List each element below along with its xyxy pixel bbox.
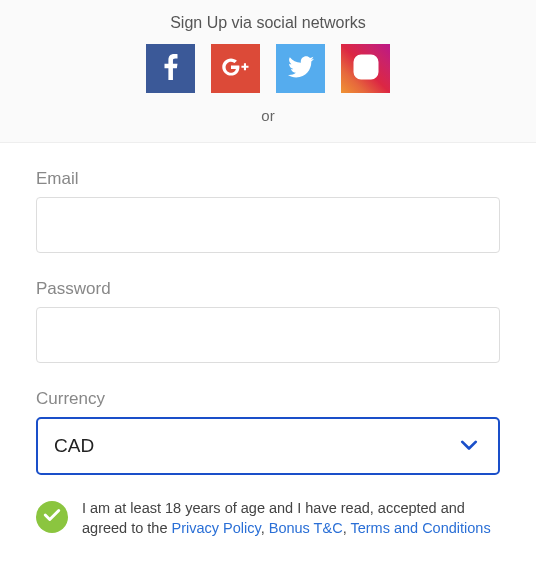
terms-link[interactable]: Terms and Conditions xyxy=(350,520,490,536)
currency-label: Currency xyxy=(36,389,500,409)
password-field-group: Password xyxy=(36,279,500,363)
instagram-icon xyxy=(351,52,381,86)
svg-point-2 xyxy=(371,58,374,61)
googleplus-icon xyxy=(221,57,251,81)
currency-select[interactable]: CAD xyxy=(36,417,500,475)
social-heading: Sign Up via social networks xyxy=(0,14,536,32)
social-buttons-row xyxy=(0,44,536,93)
facebook-button[interactable] xyxy=(146,44,195,93)
email-input[interactable] xyxy=(36,197,500,253)
signup-form: Email Password Currency CAD I am at leas… xyxy=(0,143,536,548)
password-label: Password xyxy=(36,279,500,299)
twitter-icon xyxy=(288,56,314,82)
consent-text: I am at least 18 years of age and I have… xyxy=(82,499,500,538)
or-divider-text: or xyxy=(0,107,536,124)
svg-point-1 xyxy=(361,62,371,72)
consent-checkbox[interactable] xyxy=(36,501,68,533)
googleplus-button[interactable] xyxy=(211,44,260,93)
twitter-button[interactable] xyxy=(276,44,325,93)
check-icon xyxy=(43,508,61,526)
currency-select-wrap: CAD xyxy=(36,417,500,475)
consent-row: I am at least 18 years of age and I have… xyxy=(36,499,500,538)
currency-field-group: Currency CAD xyxy=(36,389,500,475)
bonus-tc-link[interactable]: Bonus T&C xyxy=(269,520,343,536)
privacy-policy-link[interactable]: Privacy Policy xyxy=(172,520,261,536)
email-label: Email xyxy=(36,169,500,189)
email-field-group: Email xyxy=(36,169,500,253)
facebook-icon xyxy=(164,54,178,84)
instagram-button[interactable] xyxy=(341,44,390,93)
currency-selected-value: CAD xyxy=(54,435,94,457)
consent-sep1: , xyxy=(261,520,269,536)
password-input[interactable] xyxy=(36,307,500,363)
social-signup-section: Sign Up via social networks or xyxy=(0,0,536,143)
